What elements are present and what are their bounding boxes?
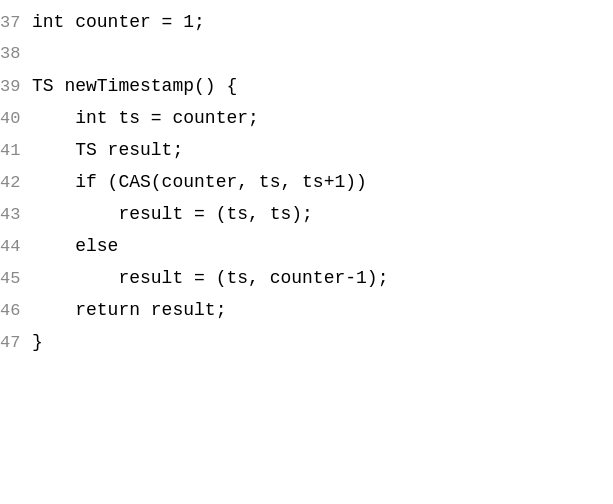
code-line: 45 result = (ts, counter-1); bbox=[0, 264, 613, 296]
line-content: else bbox=[32, 232, 613, 261]
line-number: 46 bbox=[0, 297, 32, 324]
line-number: 37 bbox=[0, 9, 32, 36]
line-content: int counter = 1; bbox=[32, 8, 613, 37]
line-number: 40 bbox=[0, 105, 32, 132]
line-content: TS result; bbox=[32, 136, 613, 165]
line-number: 43 bbox=[0, 201, 32, 228]
line-content: } bbox=[32, 328, 613, 357]
line-content: TS newTimestamp() { bbox=[32, 72, 613, 101]
line-content: result = (ts, ts); bbox=[32, 200, 613, 229]
code-line: 39TS newTimestamp() { bbox=[0, 72, 613, 104]
code-line: 44 else bbox=[0, 232, 613, 264]
code-line: 40 int ts = counter; bbox=[0, 104, 613, 136]
code-line: 43 result = (ts, ts); bbox=[0, 200, 613, 232]
line-number: 41 bbox=[0, 137, 32, 164]
line-number: 47 bbox=[0, 329, 32, 356]
line-content: int ts = counter; bbox=[32, 104, 613, 133]
line-number: 39 bbox=[0, 73, 32, 100]
line-content: result = (ts, counter-1); bbox=[32, 264, 613, 293]
code-line: 42 if (CAS(counter, ts, ts+1)) bbox=[0, 168, 613, 200]
line-number: 45 bbox=[0, 265, 32, 292]
code-line: 46 return result; bbox=[0, 296, 613, 328]
line-content: return result; bbox=[32, 296, 613, 325]
line-number: 44 bbox=[0, 233, 32, 260]
line-number: 42 bbox=[0, 169, 32, 196]
code-line: 47} bbox=[0, 328, 613, 360]
line-number: 38 bbox=[0, 40, 32, 67]
code-line: 41 TS result; bbox=[0, 136, 613, 168]
line-content: if (CAS(counter, ts, ts+1)) bbox=[32, 168, 613, 197]
code-editor: 37int counter = 1;3839TS newTimestamp() … bbox=[0, 8, 613, 360]
code-line: 38 bbox=[0, 40, 613, 72]
code-line: 37int counter = 1; bbox=[0, 8, 613, 40]
